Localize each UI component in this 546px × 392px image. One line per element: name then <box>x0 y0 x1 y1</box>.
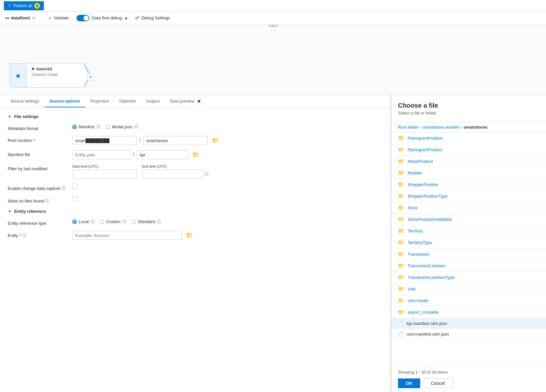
radio-standard-input[interactable] <box>132 220 136 224</box>
root-browse-button[interactable]: 📁 <box>210 137 220 144</box>
radio-manifest[interactable]: Manifest ⓘ <box>72 124 100 130</box>
breadcrumb-smartstores: smartstores <box>463 125 487 130</box>
radio-standard[interactable]: Standard ⓘ <box>132 219 161 224</box>
tab-projection[interactable]: Projection <box>85 95 114 107</box>
settings-icon: ☍ <box>135 15 139 20</box>
ok-button[interactable]: OK <box>398 378 420 388</box>
manifest-part1-input[interactable] <box>72 150 130 159</box>
file-list-item[interactable]: 📁RetailProduct <box>392 156 546 167</box>
file-list-item[interactable]: 📁PlanogramPosition <box>392 132 546 144</box>
file-list-item[interactable]: 📁Store <box>392 202 546 214</box>
model-json-info-icon[interactable]: ⓘ <box>134 124 138 130</box>
file-list-item[interactable]: 📄kpi.manifest.cdm.json <box>392 318 546 329</box>
start-time-input[interactable] <box>72 170 137 179</box>
panel-body: ▼ File settings Metadata format Manifest… <box>0 108 391 251</box>
dataflow-tab[interactable]: ▭ dataflow1 <box>5 15 35 20</box>
entity-ref-type-row: Entity reference type Local ⓘ Custom ⓘ <box>8 219 383 226</box>
file-item-name: TransactionLineItemType <box>408 275 454 280</box>
end-time-group: End time (UTC) ⓘ <box>142 164 208 179</box>
file-list-item[interactable]: 📁StoreProductAvailability <box>392 214 546 225</box>
radio-local-input[interactable] <box>72 220 77 224</box>
cancel-button[interactable]: Cancel <box>423 378 453 388</box>
end-time-info-icon[interactable]: ⓘ <box>204 172 208 177</box>
standard-info-icon[interactable]: ⓘ <box>157 219 161 224</box>
file-list-item[interactable]: 📁TerritoryType <box>392 237 546 249</box>
entity-ref-radio-group: Local ⓘ Custom ⓘ Standard ⓘ <box>72 219 383 224</box>
entity-reference-header[interactable]: ▼ Entity reference <box>8 209 383 214</box>
add-node-button[interactable]: + <box>87 74 94 81</box>
file-list-item[interactable]: 📁PlanogramProduct <box>392 144 546 156</box>
radio-manifest-input[interactable] <box>72 125 77 129</box>
source-node[interactable]: ◉ ■ source1 Columns: 0 total <box>10 63 91 88</box>
tab-data-preview[interactable]: Data preview <box>165 95 205 107</box>
filter-row: Filter by last modified Start time (UTC)… <box>8 164 383 179</box>
cdc-checkbox-box[interactable] <box>72 184 77 189</box>
filter-controls: Start time (UTC) End time (UTC) ⓘ <box>72 164 383 179</box>
file-panel-header: Choose a file Select a file or folder. <box>392 95 546 122</box>
enable-cdc-row: Enable change data capture ⓘ <box>8 184 383 191</box>
file-settings-header[interactable]: ▼ File settings <box>8 114 383 119</box>
entity-info-icon[interactable]: ⓘ <box>23 233 26 238</box>
root-location-part2-input[interactable] <box>143 136 208 145</box>
collapse-handle[interactable]: — <box>268 24 278 27</box>
file-list-item[interactable]: 📁ShopperPosition <box>392 179 546 191</box>
radio-custom-input[interactable] <box>100 220 104 224</box>
file-list-item[interactable]: 📁Territory <box>392 225 546 237</box>
cdc-info-icon[interactable]: ⓘ <box>62 186 65 191</box>
folder-icon: 📁 <box>398 193 404 199</box>
allow-no-files-checkbox-box[interactable] <box>72 196 77 201</box>
tab-source-settings[interactable]: Source settings <box>5 95 45 107</box>
tab-source-options[interactable]: Source options <box>45 95 85 107</box>
local-info-icon[interactable]: ⓘ <box>91 219 94 224</box>
entity-input[interactable] <box>72 231 182 240</box>
file-item-name: ShopperPosition <box>408 182 438 187</box>
entity-browse-button[interactable]: 📁 <box>184 232 194 239</box>
showing-text: Showing 1 - 30 of 30 items <box>398 370 540 375</box>
publish-all-button[interactable]: ⇧ Publish all 1 <box>4 1 44 10</box>
source-name-icon: ■ <box>32 66 34 71</box>
debug-settings-button[interactable]: ☍ Debug Settings <box>133 14 173 22</box>
file-list-item[interactable]: 📁Retailer <box>392 167 546 179</box>
radio-custom[interactable]: Custom ⓘ <box>100 219 126 224</box>
manifest-part2-input[interactable] <box>137 150 188 159</box>
radio-model-json-input[interactable] <box>105 125 110 129</box>
enable-cdc-label: Enable change data capture ⓘ <box>8 184 72 191</box>
file-list-item[interactable]: 📁cdm-model <box>392 295 546 307</box>
allow-no-files-checkbox[interactable] <box>72 196 383 201</box>
root-location-part1-input[interactable] <box>72 136 137 145</box>
end-time-input[interactable] <box>142 170 203 179</box>
custom-info-icon[interactable]: ⓘ <box>123 219 126 224</box>
breadcrumb-root[interactable]: Root folder <box>398 125 419 130</box>
enable-cdc-checkbox[interactable] <box>72 184 383 189</box>
file-item-name: kpi.manifest.cdm.json <box>407 321 447 326</box>
breadcrumb-smartstores-andriim[interactable]: smartstores-andriim <box>422 125 460 130</box>
file-list-item[interactable]: 📄root.manifest.cdm.json <box>392 329 546 339</box>
radio-model-json[interactable]: Model.json ⓘ <box>105 124 138 130</box>
tab-inspect[interactable]: Inspect <box>141 95 165 107</box>
end-time-label: End time (UTC) <box>142 164 208 168</box>
file-item-name: TransactionLineItem <box>408 263 445 268</box>
debug-toggle[interactable] <box>76 15 89 21</box>
upload-icon: ⇧ <box>8 3 11 8</box>
entity-ref-type-controls: Local ⓘ Custom ⓘ Standard ⓘ <box>72 219 383 224</box>
manifest-info-icon[interactable]: ⓘ <box>96 124 100 130</box>
file-panel-title: Choose a file <box>398 102 540 109</box>
validate-button[interactable]: ✓ Validate <box>45 14 71 22</box>
file-icon: 📄 <box>398 321 403 326</box>
tab-optimize[interactable]: Optimize <box>114 95 141 107</box>
slash-separator: / <box>139 138 141 143</box>
toolbar: ▭ dataflow1 ✓ Validate Data flow debug ●… <box>0 12 546 24</box>
enable-cdc-controls <box>72 184 383 189</box>
file-item-name: RetailProduct <box>408 159 433 164</box>
debug-label: Data flow debug <box>92 15 122 20</box>
file-item-name: PlanogramProduct <box>408 147 442 152</box>
file-list-item[interactable]: 📁export_complete <box>392 307 546 318</box>
file-list-item[interactable]: 📁Visit <box>392 283 546 295</box>
file-list-item[interactable]: 📁ShopperPositionType <box>392 191 546 202</box>
radio-local[interactable]: Local ⓘ <box>72 219 94 224</box>
file-list-item[interactable]: 📁Transaction <box>392 249 546 260</box>
file-list-item[interactable]: 📁TransactionLineItem <box>392 260 546 272</box>
file-list-item[interactable]: 📁TransactionLineItemType <box>392 272 546 283</box>
allow-no-files-info-icon[interactable]: ⓘ <box>45 198 49 204</box>
manifest-browse-button[interactable]: 📁 <box>191 151 201 158</box>
